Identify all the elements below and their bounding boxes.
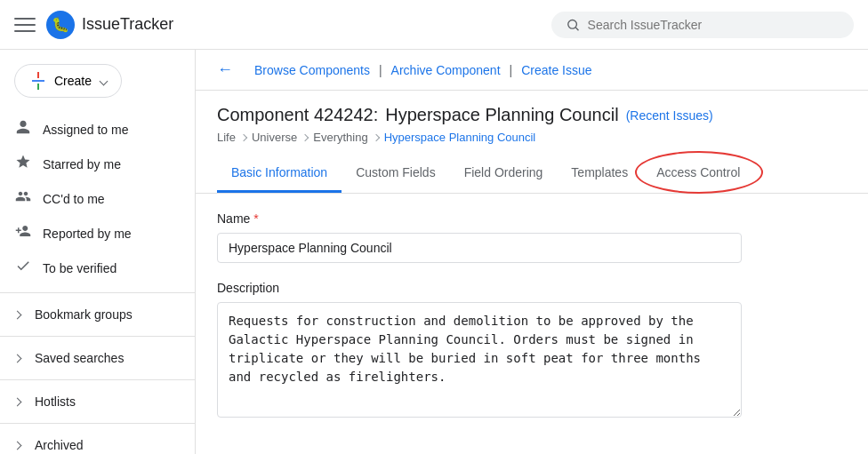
- recent-issues-link[interactable]: (Recent Issues): [626, 108, 713, 123]
- people-icon: [14, 188, 32, 209]
- component-header: Component 424242: Hyperspace Planning Co…: [196, 91, 868, 155]
- tab-custom-fields[interactable]: Custom Fields: [342, 155, 449, 193]
- sidebar-divider-1: [0, 292, 195, 293]
- main-content: ← Browse Components | Archive Component …: [196, 50, 868, 454]
- layout: Create Assigned to me Starred by me CC'd…: [0, 50, 868, 454]
- check-icon: [14, 258, 32, 278]
- sidebar-label-hotlists: Hotlists: [35, 394, 76, 409]
- sidebar-label-assigned: Assigned to me: [43, 123, 129, 137]
- sidebar-item-ccd[interactable]: CC'd to me: [0, 181, 188, 216]
- name-field-group: Name *: [217, 211, 847, 263]
- expand-arrow-bookmark: [13, 310, 22, 319]
- sidebar-divider-2: [0, 336, 195, 337]
- component-breadcrumb: Life Universe Everything Hyperspace Plan…: [217, 125, 847, 155]
- name-label: Name *: [217, 211, 847, 226]
- top-nav: 🐛 IssueTracker: [0, 0, 868, 50]
- sidebar-label-ccd: CC'd to me: [43, 192, 105, 206]
- sidebar-label-saved: Saved searches: [35, 351, 124, 365]
- component-title-name: Hyperspace Planning Council: [385, 105, 618, 125]
- nav-archive-component[interactable]: Archive Component: [384, 63, 508, 77]
- sidebar-item-reported[interactable]: Reported by me: [0, 216, 188, 251]
- search-input[interactable]: [588, 18, 840, 32]
- sidebar-divider-3: [0, 379, 195, 380]
- create-chevron: [100, 76, 108, 85]
- sidebar-label-starred: Starred by me: [43, 157, 121, 171]
- name-required: *: [253, 211, 258, 226]
- nav-sep-1: |: [379, 63, 382, 77]
- sidebar-item-starred[interactable]: Starred by me: [0, 147, 188, 181]
- tab-templates[interactable]: Templates: [557, 155, 642, 193]
- search-bar[interactable]: [551, 12, 854, 38]
- app-title: IssueTracker: [82, 15, 173, 34]
- sidebar-item-verify[interactable]: To be verified: [0, 251, 188, 285]
- svg-point-0: [568, 20, 577, 28]
- sidebar-item-saved[interactable]: Saved searches: [0, 344, 195, 372]
- nav-create-issue[interactable]: Create Issue: [514, 63, 599, 77]
- expand-arrow-saved: [13, 354, 22, 362]
- tab-basic-information[interactable]: Basic Information: [217, 155, 342, 193]
- nav-browse-components[interactable]: Browse Components: [247, 63, 377, 77]
- sidebar-item-assigned[interactable]: Assigned to me: [0, 112, 188, 147]
- sidebar-label-archived: Archived: [35, 438, 83, 452]
- logo-icon: 🐛: [46, 11, 75, 39]
- name-input[interactable]: [217, 233, 742, 263]
- bc-arrow-2: [301, 133, 309, 140]
- search-icon: [566, 17, 581, 33]
- bc-arrow-1: [240, 133, 247, 140]
- description-textarea[interactable]: [217, 302, 742, 418]
- nav-sep-2: |: [510, 63, 513, 77]
- bc-arrow-3: [372, 133, 379, 140]
- tab-field-ordering[interactable]: Field Ordering: [450, 155, 558, 193]
- plus-icon: [29, 72, 47, 90]
- bc-universe: Universe: [252, 131, 297, 144]
- back-button[interactable]: ←: [217, 60, 233, 79]
- bc-everything: Everything: [313, 131, 367, 144]
- form-area: Name * Description: [196, 194, 868, 454]
- sidebar-item-bookmark[interactable]: Bookmark groups: [0, 300, 195, 329]
- component-nav: ← Browse Components | Archive Component …: [196, 50, 868, 91]
- create-label: Create: [54, 74, 92, 88]
- description-label: Description: [217, 281, 847, 295]
- person-add-icon: [14, 223, 32, 243]
- bc-life: Life: [217, 131, 236, 144]
- sidebar-label-verify: To be verified: [43, 261, 117, 275]
- tab-access-control[interactable]: Access Control: [642, 155, 754, 193]
- component-title-prefix: Component 424242:: [217, 105, 378, 125]
- person-icon: [14, 119, 32, 139]
- sidebar-label-reported: Reported by me: [43, 227, 132, 241]
- create-button[interactable]: Create: [14, 64, 122, 98]
- logo-area[interactable]: 🐛 IssueTracker: [46, 11, 173, 39]
- tabs-bar: Basic Information Custom Fields Field Or…: [196, 155, 868, 194]
- expand-arrow-archived: [13, 441, 22, 450]
- bc-hpc[interactable]: Hyperspace Planning Council: [384, 131, 536, 144]
- sidebar-label-bookmark: Bookmark groups: [35, 307, 133, 322]
- description-field-group: Description: [217, 281, 847, 420]
- sidebar-item-archived[interactable]: Archived: [0, 431, 195, 454]
- sidebar-item-hotlists[interactable]: Hotlists: [0, 387, 195, 416]
- svg-line-1: [575, 28, 578, 30]
- sidebar: Create Assigned to me Starred by me CC'd…: [0, 50, 196, 454]
- tab-access-control-label: Access Control: [656, 165, 740, 179]
- menu-icon[interactable]: [14, 14, 36, 36]
- expand-arrow-hotlists: [13, 397, 22, 406]
- star-icon: [14, 154, 32, 174]
- sidebar-divider-4: [0, 423, 195, 424]
- component-title: Component 424242: Hyperspace Planning Co…: [217, 105, 847, 125]
